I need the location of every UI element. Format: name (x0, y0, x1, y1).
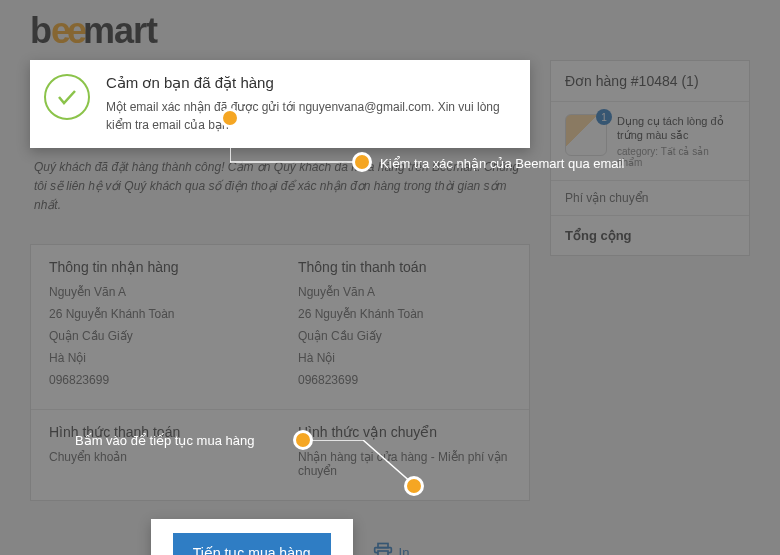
shipping-value: Nhận hàng tại cửa hàng - Miễn phí vận ch… (298, 450, 511, 478)
annotation-dot-email (220, 108, 240, 128)
continue-wrap: Tiếp tục mua hàng (151, 519, 353, 555)
svg-rect-1 (378, 551, 388, 555)
billing-city: Hà Nội (298, 351, 511, 365)
thanks-box: Cảm ơn bạn đã đặt hàng Một email xác nhậ… (30, 60, 530, 148)
item-name: Dụng cụ tách lòng đỏ trứng màu sắc (617, 114, 735, 143)
delivery-district: Quận Cầu Giấy (49, 329, 262, 343)
annotation-dot-continue (293, 430, 313, 450)
logo: beemart (30, 10, 750, 52)
print-link[interactable]: In (373, 541, 410, 555)
delivery-city: Hà Nội (49, 351, 262, 365)
shipping-fee-line: Phí vận chuyển (551, 181, 749, 216)
print-label: In (399, 545, 410, 555)
order-header: Đơn hàng #10484 (1) (551, 61, 749, 102)
thanks-subtitle: Một email xác nhận đã được gửi tới nguye… (106, 98, 512, 134)
billing-phone: 096823699 (298, 373, 511, 387)
logo-post: mart (83, 10, 157, 51)
printer-icon (373, 541, 393, 555)
billing-district: Quận Cầu Giấy (298, 329, 511, 343)
continue-button[interactable]: Tiếp tục mua hàng (173, 533, 331, 555)
billing-street: 26 Nguyễn Khánh Toàn (298, 307, 511, 321)
delivery-street: 26 Nguyễn Khánh Toàn (49, 307, 262, 321)
callout-email: Kiểm tra xác nhận của Beemart qua email (380, 156, 624, 171)
annotation-dot-email-end (352, 152, 372, 172)
checkmark-icon (44, 74, 90, 120)
payment-value: Chuyển khoản (49, 450, 262, 464)
delivery-name: Nguyễn Văn A (49, 285, 262, 299)
delivery-phone: 096823699 (49, 373, 262, 387)
item-category: category: Tất cả sản phẩm (617, 146, 735, 168)
info-panel: Thông tin nhận hàng Nguyễn Văn A 26 Nguy… (30, 244, 530, 501)
annotation-dot-continue-end (404, 476, 424, 496)
callout-continue: Bấm vào để tiếp tục mua hàng (75, 433, 254, 448)
thanks-title: Cảm ơn bạn đã đặt hàng (106, 74, 512, 92)
billing-name: Nguyễn Văn A (298, 285, 511, 299)
product-thumb (565, 114, 607, 156)
logo-mid: ee (51, 10, 83, 51)
billing-heading: Thông tin thanh toán (298, 259, 511, 275)
logo-pre: b (30, 10, 51, 51)
order-total: Tổng cộng (551, 216, 749, 255)
shipping-heading: Hình thức vận chuyển (298, 424, 511, 440)
delivery-heading: Thông tin nhận hàng (49, 259, 262, 275)
